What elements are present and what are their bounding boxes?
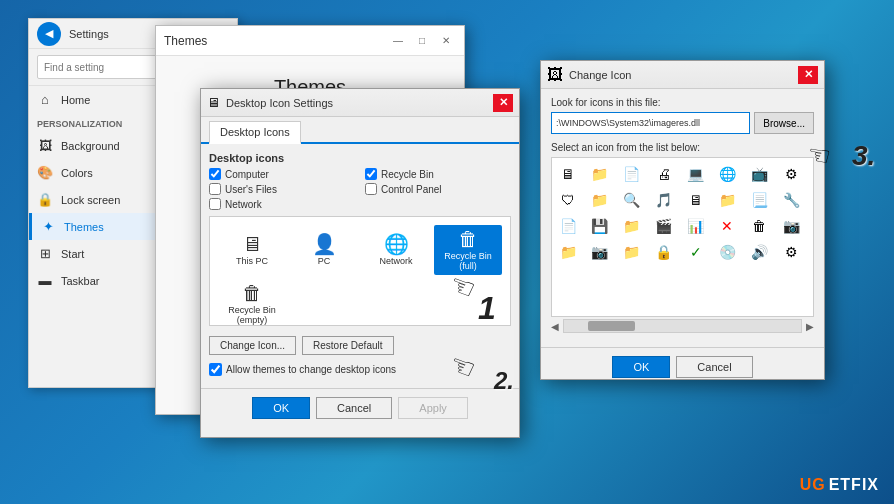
pc-icon: 👤 <box>312 234 337 254</box>
themes-window-title: Themes <box>164 34 207 48</box>
ci-icon-15[interactable]: 📃 <box>747 188 771 212</box>
dialog-title: Desktop Icon Settings <box>226 97 487 109</box>
ci-icon-18[interactable]: 💾 <box>588 214 612 238</box>
ci-footer: OK Cancel <box>541 347 824 386</box>
tab-desktop-icons[interactable]: Desktop Icons <box>209 121 301 144</box>
ci-icon-9[interactable]: 🛡 <box>556 188 580 212</box>
ci-icon-29[interactable]: ✓ <box>684 240 708 264</box>
computer-checkbox[interactable] <box>209 168 221 180</box>
ci-icon-8[interactable]: ⚙ <box>779 162 803 186</box>
watermark-ug: UG <box>800 476 826 494</box>
checkbox-users-files[interactable]: User's Files <box>209 183 355 195</box>
ci-path-input[interactable] <box>551 112 750 134</box>
ci-icon-16[interactable]: 🔧 <box>779 188 803 212</box>
thispc-icon: 🖥 <box>242 234 262 254</box>
ci-icon-28[interactable]: 🔒 <box>652 240 676 264</box>
icon-thispc[interactable]: 🖥 This PC <box>218 225 286 275</box>
scroll-left-icon[interactable]: ◀ <box>551 321 559 332</box>
taskbar-icon: ▬ <box>37 273 53 288</box>
ci-cancel-button[interactable]: Cancel <box>676 356 752 378</box>
ci-icon-22[interactable]: ✕ <box>715 214 739 238</box>
change-icon-button[interactable]: Change Icon... <box>209 336 296 355</box>
ci-icon-26[interactable]: 📷 <box>588 240 612 264</box>
pc-label: PC <box>318 256 331 266</box>
dialog-ok-button[interactable]: OK <box>252 397 310 419</box>
network-label: Network <box>225 199 262 210</box>
dialog-titlebar: 🖥 Desktop Icon Settings ✕ <box>201 89 519 117</box>
ci-icon-17[interactable]: 📄 <box>556 214 580 238</box>
ci-icon-5[interactable]: 💻 <box>684 162 708 186</box>
dialog-footer: OK Cancel Apply <box>201 388 519 427</box>
ci-icon-21[interactable]: 📊 <box>684 214 708 238</box>
scroll-right-icon[interactable]: ▶ <box>806 321 814 332</box>
ci-icon-6[interactable]: 🌐 <box>715 162 739 186</box>
dialog-cancel-button[interactable]: Cancel <box>316 397 392 419</box>
checkbox-network[interactable]: Network <box>209 198 355 210</box>
back-button[interactable]: ◀ <box>37 22 61 46</box>
icon-network[interactable]: 🌐 Network <box>362 225 430 275</box>
controlpanel-checkbox[interactable] <box>365 183 377 195</box>
change-icon-dialog: 🖼 Change Icon ✕ Look for icons in this f… <box>540 60 825 380</box>
background-icon: 🖼 <box>37 138 53 153</box>
ci-icon-32[interactable]: ⚙ <box>779 240 803 264</box>
network-checkbox[interactable] <box>209 198 221 210</box>
icon-recyclebin-full[interactable]: 🗑 Recycle Bin(full) <box>434 225 502 275</box>
recyclebin-full-label: Recycle Bin(full) <box>444 251 492 271</box>
usersfiles-label: User's Files <box>225 184 277 195</box>
dialog-close-btn[interactable]: ✕ <box>493 94 513 112</box>
ci-icon-27[interactable]: 📁 <box>620 240 644 264</box>
themes-close-btn[interactable]: ✕ <box>436 33 456 49</box>
allow-themes-checkbox[interactable] <box>209 363 222 376</box>
ci-icon-13[interactable]: 🖥 <box>684 188 708 212</box>
ci-icon-31[interactable]: 🔊 <box>747 240 771 264</box>
icon-recyclebin-empty[interactable]: 🗑 Recycle Bin(empty) <box>218 279 286 329</box>
recyclebin-checkbox[interactable] <box>365 168 377 180</box>
themes-maximize-btn[interactable]: □ <box>412 33 432 49</box>
checkbox-control-panel[interactable]: Control Panel <box>365 183 511 195</box>
watermark: UG ETFIX <box>800 476 879 494</box>
ci-browse-button[interactable]: Browse... <box>754 112 814 134</box>
ci-icon-7[interactable]: 📺 <box>747 162 771 186</box>
ci-icon-4[interactable]: 🖨 <box>652 162 676 186</box>
lock-icon: 🔒 <box>37 192 53 207</box>
icon-pc[interactable]: 👤 PC <box>290 225 358 275</box>
ci-select-label: Select an icon from the list below: <box>551 142 814 153</box>
home-icon: ⌂ <box>37 92 53 107</box>
network-icon-label: Network <box>379 256 412 266</box>
ci-icon-23[interactable]: 🗑 <box>747 214 771 238</box>
ci-icon-10[interactable]: 📁 <box>588 188 612 212</box>
ci-icon-3[interactable]: 📄 <box>620 162 644 186</box>
icons-area: 🖥 This PC 👤 PC 🌐 Network 🗑 Recycle Bin(f… <box>209 216 511 326</box>
computer-label: Computer <box>225 169 269 180</box>
ci-icon-12[interactable]: 🎵 <box>652 188 676 212</box>
usersfiles-checkbox[interactable] <box>209 183 221 195</box>
themes-minimize-btn[interactable]: — <box>388 33 408 49</box>
start-icon: ⊞ <box>37 246 53 261</box>
controlpanel-label: Control Panel <box>381 184 442 195</box>
dialog-apply-button[interactable]: Apply <box>398 397 468 419</box>
checkboxes-grid: Computer Recycle Bin User's Files Contro… <box>209 168 511 210</box>
checkbox-computer[interactable]: Computer <box>209 168 355 180</box>
ci-icon-24[interactable]: 📷 <box>779 214 803 238</box>
ci-icon-2[interactable]: 📁 <box>588 162 612 186</box>
ci-look-label: Look for icons in this file: <box>551 97 814 108</box>
dialog-icon: 🖥 <box>207 95 220 110</box>
ci-title: Change Icon <box>569 69 792 81</box>
ci-titlebar: 🖼 Change Icon ✕ <box>541 61 824 89</box>
ci-close-btn[interactable]: ✕ <box>798 66 818 84</box>
ci-icon-19[interactable]: 📁 <box>620 214 644 238</box>
colors-icon: 🎨 <box>37 165 53 180</box>
start-label: Start <box>61 248 84 260</box>
ci-icon-20[interactable]: 🎬 <box>652 214 676 238</box>
ci-icon-30[interactable]: 💿 <box>715 240 739 264</box>
ci-ok-button[interactable]: OK <box>612 356 670 378</box>
dialog-tabs: Desktop Icons <box>201 117 519 144</box>
background-label: Background <box>61 140 120 152</box>
ci-scrollbar[interactable] <box>563 319 802 333</box>
ci-icon-1[interactable]: 🖥 <box>556 162 580 186</box>
ci-icon-14[interactable]: 📁 <box>715 188 739 212</box>
ci-icon-25[interactable]: 📁 <box>556 240 580 264</box>
ci-icon-11[interactable]: 🔍 <box>620 188 644 212</box>
checkbox-recycle-bin[interactable]: Recycle Bin <box>365 168 511 180</box>
restore-default-button[interactable]: Restore Default <box>302 336 393 355</box>
